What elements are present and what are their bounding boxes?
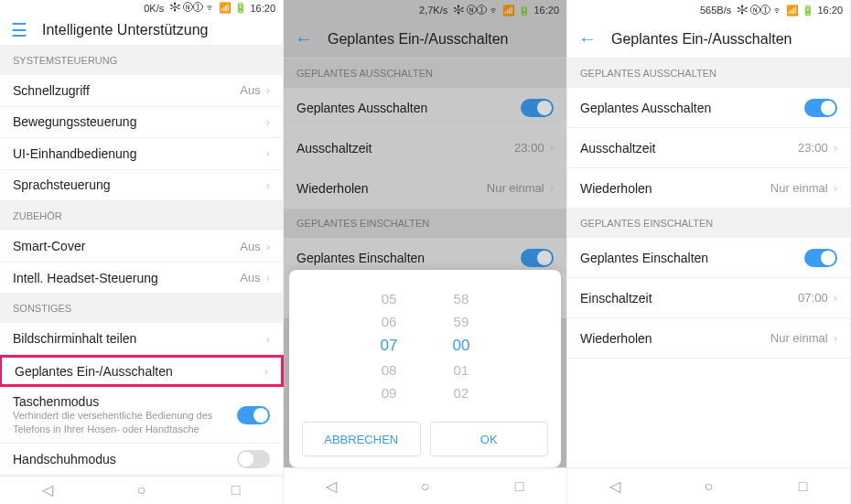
clock: 16:20 xyxy=(817,5,843,16)
status-bar: 565B/s ✻ ⓃⒾ ᯤ 📶 🔋 16:20 xyxy=(567,0,850,20)
row-headset[interactable]: Intell. Headset-SteuerungAus› xyxy=(0,263,283,295)
section-sonstiges: SONSTIGES xyxy=(0,294,283,323)
net-speed: 0K/s xyxy=(144,3,164,14)
toggle-taschenmodus[interactable] xyxy=(237,406,270,424)
nav-bar: ◁ ○ □ xyxy=(0,476,283,504)
row-geplantes-ausschalten[interactable]: Geplantes Ausschalten xyxy=(284,88,566,128)
row-geplantes-einschalten[interactable]: Geplantes Einschalten xyxy=(567,238,850,278)
back-arrow-icon[interactable]: ← xyxy=(295,28,313,49)
row-handschuhmodus[interactable]: Handschuhmodus xyxy=(0,444,283,476)
row-geplantes-schalten[interactable]: Geplantes Ein-/Ausschalten› xyxy=(0,355,284,388)
chevron-right-icon: › xyxy=(266,83,270,97)
nav-back-icon[interactable]: ◁ xyxy=(322,477,340,496)
chevron-right-icon: › xyxy=(266,271,270,284)
header: ← Geplantes Ein-/Ausschalten xyxy=(284,20,566,59)
chevron-right-icon: › xyxy=(266,332,270,346)
row-sprachsteuerung[interactable]: Sprachsteuerung› xyxy=(0,170,283,202)
nav-home-icon[interactable]: ○ xyxy=(700,477,718,496)
section-ausschalten: GEPLANTES AUSSCHALTEN xyxy=(567,59,850,88)
header: ← Geplantes Ein-/Ausschalten xyxy=(567,20,850,59)
section-systemsteuerung: SYSTEMSTEUERUNG xyxy=(0,46,283,75)
page-title: Intelligente Unterstützung xyxy=(42,22,208,38)
minute-wheel[interactable]: 58 59 00 01 02 xyxy=(453,291,470,401)
nav-recent-icon[interactable]: □ xyxy=(227,481,245,499)
section-einschalten: GEPLANTES EINSCHALTEN xyxy=(284,209,566,238)
nav-bar: ◁ ○ □ xyxy=(284,467,566,504)
status-bar: 0K/s ✻ ⓃⒾ ᯤ 📶 🔋 16:20 xyxy=(0,0,283,16)
screen-2: 2,7K/s ✻ ⓃⒾ ᯤ 📶 🔋 16:20 ← Geplantes Ein-… xyxy=(284,0,567,504)
row-taschenmodus[interactable]: TaschenmodusVerhindert die versehentlich… xyxy=(0,387,283,444)
status-icons: ✻ ⓃⒾ ᯤ 📶 🔋 xyxy=(738,5,814,16)
nav-home-icon[interactable]: ○ xyxy=(416,477,435,496)
nav-recent-icon[interactable]: □ xyxy=(794,477,813,496)
cancel-button[interactable]: ABBRECHEN xyxy=(302,422,421,456)
row-geplantes-ausschalten[interactable]: Geplantes Ausschalten xyxy=(567,88,850,128)
chevron-right-icon: › xyxy=(834,291,837,305)
toggle-einschalten[interactable] xyxy=(521,249,554,267)
nav-recent-icon[interactable]: □ xyxy=(511,477,529,496)
toggle-handschuh[interactable] xyxy=(237,450,270,468)
row-schnellzugriff[interactable]: SchnellzugriffAus› xyxy=(0,75,283,107)
status-bar: 2,7K/s ✻ ⓃⒾ ᯤ 📶 🔋 16:20 xyxy=(284,0,566,20)
page-title: Geplantes Ein-/Ausschalten xyxy=(328,31,508,48)
row-ausschaltzeit[interactable]: Ausschaltzeit23:00› xyxy=(284,128,566,168)
chevron-right-icon: › xyxy=(266,146,270,160)
net-speed: 565B/s xyxy=(700,5,731,16)
row-smartcover[interactable]: Smart-CoverAus› xyxy=(0,231,283,263)
hamburger-icon[interactable]: ☰ xyxy=(11,19,27,41)
row-bewegungssteuerung[interactable]: Bewegungssteuerung› xyxy=(0,107,283,139)
toggle-ausschalten[interactable] xyxy=(804,99,837,117)
clock: 16:20 xyxy=(533,5,559,16)
chevron-right-icon: › xyxy=(550,141,554,155)
net-speed: 2,7K/s xyxy=(419,5,447,16)
screen-1: 0K/s ✻ ⓃⒾ ᯤ 📶 🔋 16:20 ☰ Intelligente Unt… xyxy=(0,0,284,504)
hour-wheel[interactable]: 05 06 07 08 09 xyxy=(381,291,398,401)
toggle-ausschalten[interactable] xyxy=(521,99,554,117)
toggle-einschalten[interactable] xyxy=(804,249,837,267)
back-arrow-icon[interactable]: ← xyxy=(578,28,597,49)
ok-button[interactable]: OK xyxy=(430,422,549,456)
section-zubehoer: ZUBEHÖR xyxy=(0,201,283,231)
chevron-right-icon: › xyxy=(266,115,270,129)
nav-home-icon[interactable]: ○ xyxy=(133,481,151,499)
clock: 16:20 xyxy=(250,3,275,14)
row-einhand[interactable]: UI-Einhandbedienung› xyxy=(0,138,283,170)
row-wiederholen-aus[interactable]: WiederholenNur einmal› xyxy=(284,168,566,209)
header: ☰ Intelligente Unterstützung xyxy=(0,16,283,46)
status-icons: ✻ ⓃⒾ ᯤ 📶 🔋 xyxy=(170,2,247,14)
nav-back-icon[interactable]: ◁ xyxy=(38,481,57,499)
chevron-right-icon: › xyxy=(550,181,554,195)
section-ausschalten: GEPLANTES AUSSCHALTEN xyxy=(284,59,566,88)
chevron-right-icon: › xyxy=(834,331,837,345)
row-einschaltzeit[interactable]: Einschaltzeit07:00› xyxy=(567,278,850,318)
chevron-right-icon: › xyxy=(266,178,270,192)
screen-3: 565B/s ✻ ⓃⒾ ᯤ 📶 🔋 16:20 ← Geplantes Ein-… xyxy=(567,0,851,504)
nav-back-icon[interactable]: ◁ xyxy=(606,477,624,496)
row-bildschirm-teilen[interactable]: Bildschirminhalt teilen› xyxy=(0,323,283,355)
chevron-right-icon: › xyxy=(834,141,837,155)
chevron-right-icon: › xyxy=(264,364,268,378)
section-einschalten: GEPLANTES EINSCHALTEN xyxy=(567,209,850,238)
row-wiederholen-aus[interactable]: WiederholenNur einmal› xyxy=(567,168,850,209)
chevron-right-icon: › xyxy=(266,240,270,253)
row-ausschaltzeit[interactable]: Ausschaltzeit23:00› xyxy=(567,128,850,168)
chevron-right-icon: › xyxy=(834,181,837,195)
time-picker: 05 06 07 08 09 58 59 00 01 02 ABBRECHEN … xyxy=(289,270,561,467)
nav-bar: ◁ ○ □ xyxy=(567,467,850,504)
row-wiederholen-ein[interactable]: WiederholenNur einmal› xyxy=(567,318,850,359)
page-title: Geplantes Ein-/Ausschalten xyxy=(611,31,792,48)
status-icons: ✻ ⓃⒾ ᯤ 📶 🔋 xyxy=(454,5,531,16)
